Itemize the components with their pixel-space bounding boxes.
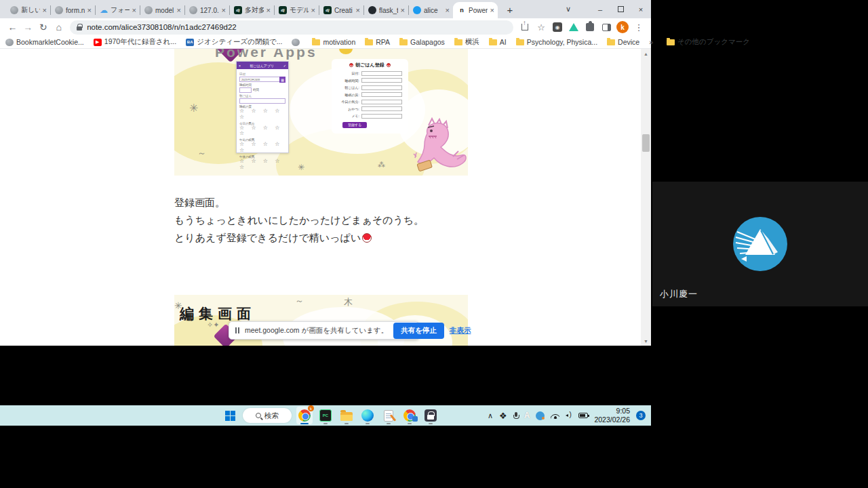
profile-button[interactable]: k (615, 20, 630, 35)
tab-django-model[interactable]: dj モデル × (274, 2, 319, 18)
form-row: おやつ: (336, 106, 404, 111)
bookmarks-overflow-button[interactable]: » (649, 38, 653, 46)
tab-form[interactable]: form.n × (50, 2, 95, 18)
django-favicon-icon: dj (279, 6, 287, 14)
taskbar-clock[interactable]: 9:05 2023/02/26 (594, 407, 630, 424)
tab-model[interactable]: model × (140, 2, 184, 18)
scroll-down-icon[interactable]: ▼ (641, 336, 651, 346)
nimbus-extension-button[interactable] (566, 20, 581, 35)
tab-close-icon[interactable]: × (311, 7, 315, 14)
bookmark-label: motivation (323, 38, 355, 46)
taskbar-lockapp-button[interactable] (422, 407, 439, 424)
bookmark-folder[interactable]: AI (489, 38, 507, 46)
tab-localhost[interactable]: 127.0. × (184, 2, 229, 18)
tab-close-icon[interactable]: × (356, 7, 360, 14)
form-field-input (361, 114, 402, 119)
bookmark-item[interactable]: ▶ 1970年代に録音され... (94, 37, 176, 47)
tab-label: form.n (66, 7, 85, 14)
system-tray: ∧ ❖ A 9:05 2023/02/26 3 (488, 407, 646, 424)
tab-close-icon[interactable]: × (43, 7, 47, 14)
reload-button[interactable]: ↻ (36, 20, 52, 35)
taskbar-explorer-button[interactable] (338, 407, 355, 424)
bookmark-folder[interactable]: Galapagos (399, 38, 445, 46)
tab-close-icon[interactable]: × (401, 7, 405, 14)
clock-date: 2023/02/26 (594, 415, 630, 424)
star-rating: ☆ ☆ ☆ ☆ ☆ (239, 142, 285, 154)
bookmark-item[interactable]: BookmarkletCookie... (5, 38, 84, 46)
tab-django-creating[interactable]: dj Creati × (319, 2, 363, 18)
speaker-icon[interactable] (566, 412, 572, 419)
bookmark-item[interactable] (292, 39, 302, 46)
form-field-input (361, 100, 402, 104)
taskbar-chrome-button[interactable]: k (296, 407, 313, 424)
other-bookmarks-button[interactable]: その他のブックマーク (667, 37, 750, 47)
forward-button[interactable]: → (20, 20, 36, 35)
browser-menu-button[interactable]: ⋮ (631, 20, 646, 35)
form-field-input (361, 85, 402, 90)
form-field-input (361, 78, 402, 83)
new-tab-button[interactable]: + (502, 1, 518, 18)
back-button[interactable]: ← (5, 20, 20, 35)
meet-sharing-message: meet.google.com が画面を共有しています。 (245, 326, 388, 336)
taskbar-search[interactable]: 検索 (243, 408, 292, 423)
tab-close-icon[interactable]: × (177, 7, 181, 14)
chrome-profile-badge: k (308, 405, 314, 411)
tab-label: model (155, 7, 174, 14)
tab-close-icon[interactable]: × (446, 7, 450, 14)
taskbar-chrome2-button[interactable] (401, 407, 418, 424)
tab-close-icon[interactable]: × (267, 7, 271, 14)
tab-close-icon[interactable]: × (132, 7, 136, 14)
tab-close-icon[interactable]: × (87, 7, 92, 14)
form-row: メモ: (336, 114, 404, 119)
notification-count-badge[interactable]: 3 (636, 411, 646, 420)
address-bar[interactable]: note.com/alice37308108/n/n1adc27469d22 (70, 20, 513, 35)
pink-dinosaur-illustration (408, 113, 468, 176)
tab-search-chevron-icon[interactable]: ∨ (555, 0, 582, 18)
microphone-icon[interactable] (513, 412, 518, 419)
share-button[interactable] (517, 20, 532, 35)
tampermonkey-extension-button[interactable]: ◉ (550, 20, 565, 35)
page-content: Power Apps ✳ ～ ✳ ⁂ × 朝ごはんアプリ ✓ 日付 (0, 49, 651, 346)
taskbar-pycharm-button[interactable]: PC (317, 407, 334, 424)
scroll-up-icon[interactable]: ▲ (641, 49, 651, 58)
folder-icon (607, 39, 615, 45)
hide-sharing-bar-link[interactable]: 非表示 (450, 326, 471, 336)
wifi-icon[interactable] (551, 412, 559, 419)
tab-label: 多対多 (245, 5, 264, 15)
bookmark-folder[interactable]: 横浜 (454, 37, 479, 47)
side-panel-button[interactable] (599, 20, 614, 35)
taskbar-edge-button[interactable] (359, 407, 376, 424)
bird-tray-icon[interactable] (536, 411, 545, 420)
tab-close-icon[interactable]: × (222, 7, 226, 14)
tab-new[interactable]: 新しい × (5, 2, 50, 18)
bookmark-item[interactable]: BA ジオシティーズの閉鎖で... (186, 37, 282, 47)
home-button[interactable]: ⌂ (51, 20, 66, 35)
bookmark-star-button[interactable]: ☆ (534, 20, 549, 35)
stop-sharing-button[interactable]: 共有を停止 (393, 323, 444, 339)
bookmark-folder[interactable]: Device (607, 38, 639, 46)
article-paragraph: 登録画面。 (174, 197, 225, 209)
scrollbar-thumb[interactable] (642, 134, 650, 152)
bookmark-folder[interactable]: RPA (365, 38, 390, 46)
tab-forum[interactable]: ☁ フォーラ × (95, 2, 140, 18)
bookmark-folder[interactable]: motivation (312, 38, 355, 46)
ime-indicator[interactable]: A (524, 411, 530, 420)
tab-close-icon[interactable]: × (490, 7, 494, 14)
start-button[interactable] (222, 407, 238, 424)
tab-github-flask[interactable]: flask_t × (363, 2, 408, 18)
maximize-button[interactable] (610, 0, 631, 18)
battery-icon[interactable] (578, 413, 588, 418)
taskbar-notepad-button[interactable] (380, 407, 397, 424)
bookmark-folder[interactable]: Psychology, Physica... (516, 38, 597, 46)
taskbar-center: 検索 k PC (222, 407, 439, 424)
close-window-button[interactable]: × (631, 0, 651, 18)
extensions-button[interactable] (583, 20, 597, 35)
tab-twitter-alice[interactable]: alice × (408, 2, 453, 18)
minimize-button[interactable]: – (590, 0, 610, 18)
tray-chevron-icon[interactable]: ∧ (488, 411, 493, 420)
tab-note-power-active[interactable]: n Power × (453, 2, 498, 18)
tab-django-m2m[interactable]: dj 多対多 × (229, 2, 274, 18)
page-scrollbar[interactable]: ▲ ▼ (641, 49, 651, 346)
dropbox-icon[interactable]: ❖ (499, 411, 507, 421)
app-close-icon: × (239, 64, 241, 68)
